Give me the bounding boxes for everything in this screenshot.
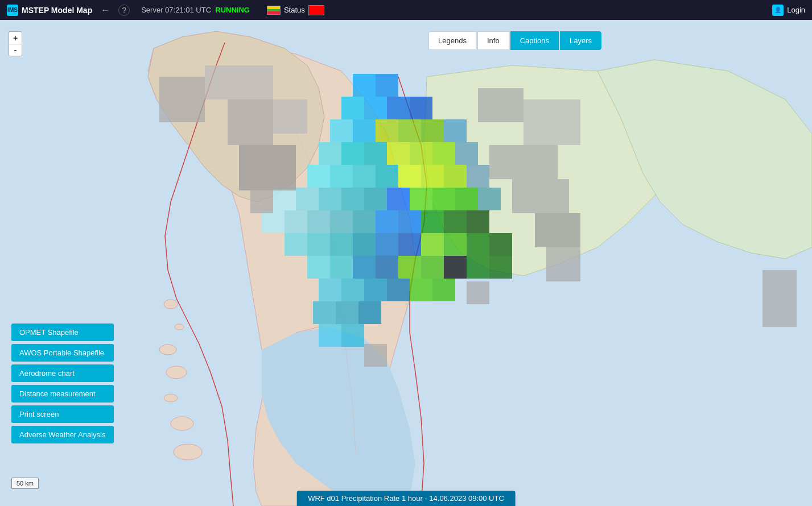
back-arrow[interactable]: ← — [98, 5, 113, 15]
svg-rect-69 — [398, 256, 421, 279]
svg-point-3 — [159, 345, 176, 355]
svg-rect-75 — [341, 279, 364, 301]
side-buttons: OPMET Shapefile AWOS Portable Shapefile … — [11, 323, 114, 443]
svg-rect-33 — [444, 165, 467, 188]
captions-button[interactable]: Captions — [510, 31, 559, 50]
zoom-in-button[interactable]: + — [9, 31, 22, 44]
svg-rect-79 — [432, 279, 455, 301]
legends-button[interactable]: Legends — [428, 31, 476, 50]
svg-rect-18 — [421, 119, 444, 142]
opmet-shapefile-button[interactable]: OPMET Shapefile — [11, 323, 114, 341]
svg-rect-46 — [285, 210, 307, 233]
svg-rect-83 — [319, 324, 341, 347]
svg-rect-38 — [341, 188, 364, 210]
svg-rect-91 — [524, 99, 580, 145]
svg-rect-98 — [467, 281, 489, 304]
svg-rect-51 — [398, 210, 421, 233]
svg-rect-64 — [489, 233, 512, 256]
svg-rect-92 — [489, 145, 558, 179]
map-toolbar: Legends Info Captions Layers — [428, 31, 601, 50]
svg-rect-95 — [546, 247, 580, 281]
svg-rect-82 — [358, 301, 381, 324]
svg-rect-88 — [239, 145, 296, 190]
svg-rect-99 — [364, 344, 387, 367]
zoom-out-button[interactable]: - — [9, 44, 22, 56]
svg-rect-77 — [387, 279, 410, 301]
distance-measurement-button[interactable]: Distance measurement — [11, 385, 114, 403]
svg-rect-35 — [273, 188, 296, 210]
scale-label: 50 km — [17, 480, 34, 487]
svg-rect-9 — [376, 74, 398, 97]
svg-rect-54 — [467, 210, 489, 233]
svg-rect-42 — [432, 188, 455, 210]
svg-rect-50 — [376, 210, 398, 233]
logo-text: IMS — [7, 7, 18, 13]
svg-rect-80 — [313, 301, 336, 324]
svg-rect-65 — [307, 256, 330, 279]
svg-rect-97 — [273, 99, 307, 134]
svg-rect-74 — [319, 279, 341, 301]
svg-point-5 — [164, 394, 178, 402]
svg-rect-14 — [330, 119, 353, 142]
svg-rect-27 — [307, 165, 330, 188]
svg-rect-78 — [410, 279, 432, 301]
svg-rect-37 — [319, 188, 341, 210]
svg-rect-40 — [387, 188, 410, 210]
svg-rect-12 — [387, 97, 410, 119]
svg-rect-96 — [762, 270, 797, 327]
svg-rect-56 — [307, 233, 330, 256]
layers-button[interactable]: Layers — [560, 31, 601, 50]
bottom-info-text: WRF d01 Precipitation Rate 1 hour - 14.0… — [308, 494, 504, 503]
status-label: Status — [284, 6, 305, 14]
svg-rect-55 — [285, 233, 307, 256]
header: IMS MSTEP Model Map ← ? Server 07:21:01 … — [0, 0, 812, 20]
svg-point-7 — [174, 444, 202, 460]
svg-rect-90 — [478, 88, 524, 122]
svg-rect-84 — [341, 324, 364, 347]
map-background — [0, 20, 812, 506]
svg-rect-23 — [387, 142, 410, 165]
svg-rect-32 — [421, 165, 444, 188]
svg-rect-8 — [353, 74, 376, 97]
help-button[interactable]: ? — [118, 5, 130, 16]
adverse-weather-analysis-button[interactable]: Adverse Weather Analysis — [11, 426, 114, 443]
svg-rect-70 — [421, 256, 444, 279]
bottom-info-bar: WRF d01 Precipitation Rate 1 hour - 14.0… — [296, 491, 516, 506]
svg-rect-71 — [444, 256, 467, 279]
svg-rect-68 — [376, 256, 398, 279]
aerodrome-chart-button[interactable]: Aerodrome chart — [11, 364, 114, 382]
svg-rect-67 — [353, 256, 376, 279]
svg-rect-62 — [444, 233, 467, 256]
svg-rect-31 — [398, 165, 421, 188]
login-icon: 👤 — [772, 5, 784, 16]
svg-rect-93 — [512, 179, 569, 213]
svg-rect-94 — [535, 213, 580, 247]
info-button[interactable]: Info — [477, 31, 509, 50]
svg-rect-59 — [376, 233, 398, 256]
svg-rect-57 — [330, 233, 353, 256]
svg-rect-15 — [353, 119, 376, 142]
awos-portable-shapefile-button[interactable]: AWOS Portable Shapefile — [11, 344, 114, 362]
svg-rect-11 — [364, 97, 387, 119]
svg-rect-30 — [376, 165, 398, 188]
svg-rect-19 — [444, 119, 467, 142]
svg-rect-58 — [353, 233, 376, 256]
svg-rect-36 — [296, 188, 319, 210]
svg-rect-34 — [467, 165, 489, 188]
login-area[interactable]: 👤 Login — [772, 5, 805, 16]
svg-rect-29 — [353, 165, 376, 188]
svg-rect-10 — [341, 97, 364, 119]
map-container[interactable]: + - Legends Info Captions Layers OPMET S… — [0, 20, 812, 506]
svg-rect-45 — [262, 210, 285, 233]
svg-point-4 — [166, 366, 187, 379]
server-info: Server 07:21:01 UTC RUNNING — [141, 6, 250, 14]
logo-area: IMS MSTEP Model Map — [7, 5, 92, 16]
svg-rect-21 — [341, 142, 364, 165]
print-screen-button[interactable]: Print screen — [11, 405, 114, 423]
svg-rect-73 — [489, 256, 512, 279]
svg-rect-22 — [364, 142, 387, 165]
ims-logo-icon: IMS — [7, 5, 18, 16]
svg-rect-87 — [228, 99, 273, 145]
svg-rect-41 — [410, 188, 432, 210]
svg-rect-52 — [421, 210, 444, 233]
